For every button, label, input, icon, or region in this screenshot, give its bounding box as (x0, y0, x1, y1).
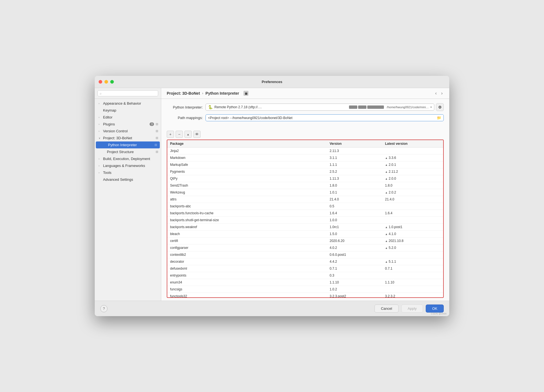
sidebar-item-label: Project: 3D-BoNet (103, 136, 154, 140)
package-version: 3.2.3.post2 (330, 294, 385, 297)
package-version: 1.8.0 (330, 184, 385, 187)
right-panel: Project: 3D-BoNet › Python Interpreter ▦… (161, 88, 449, 301)
package-latest: 3.2.3.2 (385, 294, 440, 297)
package-name: backports.weakref (170, 225, 330, 229)
plugins-badge: 3 (150, 122, 154, 126)
table-row[interactable]: backports-abc0.5 (167, 203, 443, 210)
sidebar-item-version-control[interactable]: › Version Control ⊟ (95, 128, 161, 135)
path-input[interactable]: <Project root>→/home/hwung0921/code/bone… (206, 114, 444, 121)
apply-button[interactable]: Apply (401, 305, 423, 313)
table-row[interactable]: backports.shutil-get-terminal-size1.0.0 (167, 217, 443, 224)
package-name: contextlib2 (170, 253, 330, 257)
sidebar-item-editor[interactable]: › Editor (95, 114, 161, 121)
panel-nav-icon: ▦ (243, 91, 248, 96)
table-row[interactable]: Markdown3.1.1▲ 3.3.6 (167, 154, 443, 161)
package-name: decorator (170, 260, 330, 264)
package-latest: ▲ 2021.10.8 (385, 239, 440, 243)
package-name: backports.functools-lru-cache (170, 211, 330, 215)
sidebar-item-label: Build, Execution, Deployment (103, 157, 158, 161)
table-row[interactable]: funcsigs1.0.2 (167, 286, 443, 293)
up-package-button[interactable]: ▲ (184, 131, 192, 138)
chevron-icon: › (99, 130, 101, 133)
toolbar: + − ▲ 👁 (161, 129, 449, 140)
package-version: 0.6.0.post1 (330, 253, 385, 257)
col-latest: Latest version (385, 142, 440, 146)
breadcrumb-nav: ‹ › (434, 91, 444, 96)
package-name: backports.shutil-get-terminal-size (170, 218, 330, 222)
table-row[interactable]: enum341.1.101.1.10 (167, 279, 443, 286)
package-name: functools32 (170, 294, 330, 297)
sidebar-item-project-structure[interactable]: Project Structure ⊟ (95, 148, 161, 155)
sync-icon: ⊟ (156, 150, 158, 154)
remove-package-button[interactable]: − (176, 131, 183, 138)
interpreter-select[interactable]: 🐍 Remote Python 2.7.18 (sftp://.… /home/… (206, 104, 434, 111)
sidebar-item-python-interpreter[interactable]: Python Interpreter ⊟ (96, 141, 160, 148)
table-row[interactable]: Werkzeug1.0.1▲ 2.0.2 (167, 189, 443, 196)
package-name: backports-abc (170, 204, 330, 208)
sidebar-item-keymap[interactable]: Keymap (95, 107, 161, 114)
package-name: QtPy (170, 177, 330, 180)
sidebar-item-advanced[interactable]: Advanced Settings (95, 176, 161, 183)
nav-back-button[interactable]: ‹ (434, 91, 438, 96)
search-bar: ⌕ (95, 88, 161, 99)
table-row[interactable]: backports.weakref1.0rc1▲ 1.0.post1 (167, 224, 443, 231)
cancel-button[interactable]: Cancel (374, 305, 398, 313)
package-version: 0.5 (330, 204, 385, 208)
package-version: 0.7.1 (330, 267, 385, 270)
search-input[interactable] (103, 91, 156, 95)
table-header: Package Version Latest version (167, 140, 443, 148)
up-arrow-icon: ▲ (187, 133, 189, 136)
package-latest: 1.8.0 (385, 184, 440, 187)
table-row[interactable]: attrs21.4.021.4.0 (167, 196, 443, 203)
path-mappings-row: Path mappings: <Project root>→/home/hwun… (167, 114, 444, 121)
sidebar-item-label: Plugins (103, 122, 148, 126)
gear-button[interactable]: ⚙ (436, 103, 444, 111)
sidebar-item-label: Python Interpreter (108, 143, 153, 147)
sidebar-item-tools[interactable]: › Tools (95, 169, 161, 176)
package-name: Werkzeug (170, 190, 330, 194)
breadcrumb-separator: › (202, 91, 203, 95)
package-version: 1.0.2 (330, 287, 385, 291)
path-control: <Project root>→/home/hwung0921/code/bone… (206, 114, 444, 121)
maximize-button[interactable] (110, 80, 114, 84)
package-name: entrypoints (170, 274, 330, 277)
inspect-package-button[interactable]: 👁 (193, 131, 201, 138)
chevron-icon: ∨ (99, 137, 101, 140)
table-row[interactable]: decorator4.4.2▲ 5.1.1 (167, 258, 443, 265)
nav-forward-button[interactable]: › (440, 91, 444, 96)
sidebar-item-plugins[interactable]: › Plugins 3 ⊟ (95, 121, 161, 128)
package-version: 1.1.10 (330, 280, 385, 284)
package-table: Package Version Latest version Jinja22.1… (167, 140, 444, 298)
table-row[interactable]: configparser4.0.2▲ 5.2.0 (167, 244, 443, 251)
sidebar-item-build[interactable]: › Build, Execution, Deployment (95, 155, 161, 162)
package-latest: ▲ 4.1.0 (385, 232, 440, 236)
interpreter-text: Remote Python 2.7.18 (sftp://.… (214, 105, 347, 109)
table-row[interactable]: Pygments2.5.2▲ 2.11.2 (167, 168, 443, 175)
package-name: bleach (170, 232, 330, 236)
table-row[interactable]: MarkupSafe1.1.1▲ 2.0.1 (167, 161, 443, 168)
sidebar-item-project[interactable]: ∨ Project: 3D-BoNet ⊟ (95, 135, 161, 141)
search-wrap[interactable]: ⌕ (97, 90, 158, 96)
table-row[interactable]: QtPy1.11.3▲ 2.0.0 (167, 175, 443, 182)
table-row[interactable]: Jinja22.11.3 (167, 148, 443, 154)
package-version: 3.1.1 (330, 156, 385, 160)
table-row[interactable]: certifi2020.6.20▲ 2021.10.8 (167, 238, 443, 244)
minimize-button[interactable] (104, 80, 108, 84)
python-icon: 🐍 (208, 105, 213, 109)
table-row[interactable]: bleach1.5.0▲ 4.1.0 (167, 231, 443, 238)
dropdown-arrow-icon: ▾ (430, 106, 432, 109)
ok-button[interactable]: OK (426, 305, 444, 313)
search-icon: ⌕ (100, 92, 102, 95)
interpreter-row: Python Interpreter: 🐍 Remote Python 2.7.… (167, 103, 444, 111)
table-row[interactable]: functools323.2.3.post23.2.3.2 (167, 293, 443, 297)
sidebar-item-appearance[interactable]: › Appearance & Behavior (95, 100, 161, 107)
table-row[interactable]: contextlib20.6.0.post1 (167, 251, 443, 258)
table-row[interactable]: entrypoints0.3 (167, 272, 443, 279)
close-button[interactable] (99, 80, 102, 84)
sidebar-item-languages[interactable]: › Languages & Frameworks (95, 162, 161, 169)
table-row[interactable]: Send2Trash1.8.01.8.0 (167, 182, 443, 189)
table-row[interactable]: defusedxml0.7.10.7.1 (167, 265, 443, 272)
add-package-button[interactable]: + (167, 131, 174, 138)
help-button[interactable]: ? (100, 305, 107, 312)
table-row[interactable]: backports.functools-lru-cache1.6.41.6.4 (167, 210, 443, 217)
